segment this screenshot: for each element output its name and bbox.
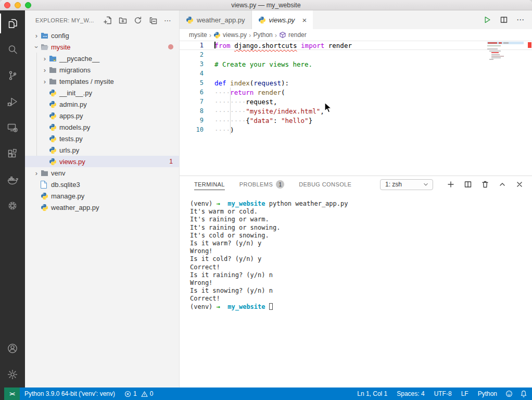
editor-group: weather_app.pyviews.py× ⋯ mysite›views.p… xyxy=(180,10,532,388)
vscode-window: views.py — my_website EXPLORER: MY_W... … xyxy=(0,0,532,400)
kill-terminal-icon[interactable] xyxy=(481,180,489,189)
chevron-right-icon: › xyxy=(41,55,49,63)
activity-accounts[interactable] xyxy=(0,335,25,361)
code-line-3: 3# Create your views here. xyxy=(180,59,532,69)
new-terminal-icon[interactable] xyxy=(447,180,455,189)
minimap-line xyxy=(491,57,501,58)
tree-item-mysite[interactable]: ›mysite xyxy=(25,41,179,53)
tree-item-templates-mysite[interactable]: ›templates / mysite xyxy=(25,76,179,87)
tree-item-label: db.sqlite3 xyxy=(51,181,80,189)
tab-label: views.py xyxy=(269,16,295,24)
warning-count: 0 xyxy=(150,390,154,397)
chevron-right-icon: › xyxy=(41,66,49,74)
tab-views-py[interactable]: views.py× xyxy=(252,10,313,29)
activity-extensions[interactable] xyxy=(0,141,25,167)
tree-item-models-py[interactable]: models.py xyxy=(25,121,179,133)
folder-icon xyxy=(49,67,59,73)
tree-item-weather-app-py[interactable]: weather_app.py xyxy=(25,202,179,213)
shell-selector-dropdown[interactable]: 1: zsh xyxy=(380,179,433,190)
code-line-5: 5def index(request): xyxy=(180,78,532,88)
maximize-panel-icon[interactable] xyxy=(498,180,506,189)
tree-item-admin-py[interactable]: admin.py xyxy=(25,98,179,110)
recording-dot xyxy=(168,44,173,49)
terminal-line: It's warm or cold. xyxy=(190,208,532,216)
activity-run-and-debug[interactable] xyxy=(0,89,25,115)
more-actions-icon[interactable]: ⋯ xyxy=(516,15,525,24)
line-number: 8 xyxy=(180,107,204,115)
overview-ruler-error-mark[interactable] xyxy=(528,42,531,48)
close-tab-icon[interactable]: × xyxy=(302,16,307,24)
tree-item-apps-py[interactable]: apps.py xyxy=(25,110,179,121)
tree-item-db-sqlite3[interactable]: db.sqlite3 xyxy=(25,179,179,190)
tree-item--pycache-[interactable]: ›__pycache__ xyxy=(25,53,179,64)
minimap-line xyxy=(487,45,501,46)
tree-item-views-py[interactable]: views.py1 xyxy=(25,156,179,167)
split-editor-icon[interactable] xyxy=(500,16,508,24)
python-icon xyxy=(49,123,59,131)
breadcrumb: mysite›views.py›Python›render xyxy=(180,29,532,41)
tab-weather_app-py[interactable]: weather_app.py xyxy=(180,10,252,29)
tree-item--init-py[interactable]: __init__.py xyxy=(25,87,179,98)
status-indentation[interactable]: Spaces: 4 xyxy=(392,388,429,400)
breadcrumb-mysite[interactable]: mysite xyxy=(189,31,207,39)
activity-docker[interactable] xyxy=(0,167,25,193)
status-cursor-position[interactable]: Ln 1, Col 1 xyxy=(352,388,392,400)
panel-tab-label: DEBUG CONSOLE xyxy=(299,181,351,188)
python-icon xyxy=(49,101,59,108)
panel-tab-problems[interactable]: PROBLEMS1 xyxy=(239,176,284,193)
status-problems[interactable]: 1 0 xyxy=(120,388,158,400)
status-python-interpreter[interactable]: Python 3.9.0 64-bit ('venv': venv) xyxy=(20,388,120,400)
breadcrumb-label: views.py xyxy=(223,31,247,39)
breadcrumb-render[interactable]: render xyxy=(279,31,307,39)
text-cursor xyxy=(214,42,216,48)
tree-item-urls-py[interactable]: urls.py xyxy=(25,144,179,156)
activity-explorer[interactable] xyxy=(0,10,25,36)
feedback-smiley-icon[interactable] xyxy=(502,388,516,400)
breadcrumb-python[interactable]: Python xyxy=(253,31,272,39)
more-actions-icon[interactable]: ⋯ xyxy=(164,18,172,23)
extensions-icon xyxy=(6,147,19,160)
activity-settings[interactable] xyxy=(0,361,25,388)
folder-config-icon xyxy=(41,32,51,39)
new-file-icon[interactable] xyxy=(104,16,112,24)
close-panel-icon[interactable] xyxy=(515,180,524,189)
symbol-module-icon xyxy=(279,31,286,39)
status-language-mode[interactable]: Python xyxy=(473,388,502,400)
tree-item-manage-py[interactable]: manage.py xyxy=(25,190,179,202)
breadcrumb-label: Python xyxy=(253,31,272,39)
code-editor[interactable]: 1from django.shortcuts import render23# … xyxy=(180,41,532,176)
terminal-line: (venv) → my_website xyxy=(190,303,532,311)
tree-item-venv[interactable]: ›venv xyxy=(25,167,179,179)
new-folder-icon[interactable] xyxy=(119,16,127,24)
terminal-line: Is it cold? (y/n) y xyxy=(190,255,532,263)
remote-explorer-icon xyxy=(6,121,19,134)
activity-extension-wheel[interactable] xyxy=(0,193,25,219)
minimap[interactable] xyxy=(487,42,524,67)
tree-item-config[interactable]: ›config xyxy=(25,30,179,41)
settings-icon xyxy=(6,368,19,381)
panel-tab-terminal[interactable]: TERMINAL xyxy=(194,176,225,193)
terminal-line: It's cold or snowing. xyxy=(190,232,532,240)
activity-search[interactable] xyxy=(0,36,25,63)
split-terminal-icon[interactable] xyxy=(464,180,472,189)
tree-item-label: views.py xyxy=(59,158,85,166)
refresh-icon[interactable] xyxy=(134,16,142,24)
tree-item-tests-py[interactable]: tests.py xyxy=(25,133,179,144)
remote-indicator[interactable]: >< xyxy=(4,388,20,400)
collapse-all-icon[interactable] xyxy=(149,16,157,24)
line-content: ········"mysite/index.html", xyxy=(204,107,324,115)
notifications-bell-icon[interactable] xyxy=(516,388,531,400)
terminal-output[interactable]: (venv) → my_website python weather_app.p… xyxy=(180,193,532,388)
status-encoding[interactable]: UTF-8 xyxy=(429,388,457,400)
activity-remote-explorer[interactable] xyxy=(0,115,25,141)
panel-tab-debug-console[interactable]: DEBUG CONSOLE xyxy=(299,176,351,193)
run-python-file-icon[interactable] xyxy=(483,16,491,24)
activity-source-control[interactable] xyxy=(0,63,25,89)
python-icon xyxy=(186,16,194,24)
titlebar[interactable]: views.py — my_website xyxy=(0,0,532,10)
status-eol[interactable]: LF xyxy=(457,388,473,400)
error-icon xyxy=(124,391,131,397)
tree-item-migrations[interactable]: ›migrations xyxy=(25,64,179,76)
breadcrumb-views-py[interactable]: views.py xyxy=(213,31,247,39)
extension-wheel-icon xyxy=(6,199,19,212)
